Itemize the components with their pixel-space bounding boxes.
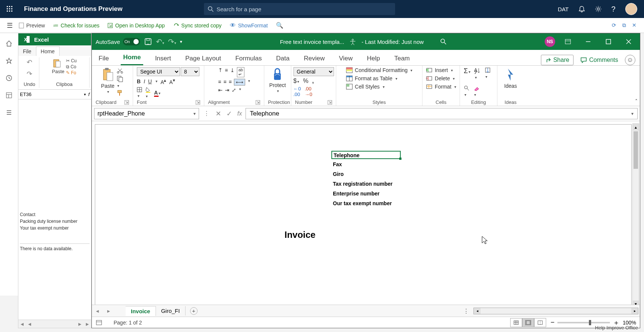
sheet-options-icon[interactable]: ⋮ <box>460 308 472 314</box>
currency-button[interactable]: $▾ <box>294 78 300 84</box>
conditional-formatting-button[interactable]: Conditional Formatting▾ <box>346 67 413 73</box>
recent-icon[interactable] <box>4 74 13 83</box>
tab-file[interactable]: File <box>96 52 111 65</box>
comma-button[interactable]: , <box>312 78 314 84</box>
refresh-icon[interactable]: ⟳ <box>612 22 616 29</box>
user-badge[interactable]: NS <box>545 36 555 47</box>
paste-button[interactable]: Paste ▾ <box>101 67 115 94</box>
align-top[interactable]: ⤒ <box>218 67 223 77</box>
settings-icon[interactable] <box>595 6 602 12</box>
tab-formulas[interactable]: Formulas <box>233 52 264 65</box>
popout-icon[interactable]: ⧉ <box>622 22 626 29</box>
tab-home[interactable]: Home <box>121 51 143 65</box>
clipboard-launcher[interactable]: ⇲ <box>124 100 129 105</box>
preview-button[interactable]: Preview <box>19 23 45 29</box>
orientation-button[interactable]: ⤢ <box>232 87 236 93</box>
horizontal-scrollbar[interactable]: ◂ ▸ <box>473 308 638 314</box>
increase-decimal[interactable]: ←0.00 <box>294 86 301 97</box>
sheet-tab-giro-fi[interactable]: Giro_FI <box>156 306 186 315</box>
minimize-button[interactable] <box>581 36 596 47</box>
accept-formula-icon[interactable]: ✓ <box>226 110 232 118</box>
decrease-decimal[interactable]: .00→0 <box>305 86 312 97</box>
view-normal-button[interactable] <box>510 318 522 327</box>
sort-filter-button[interactable]: AZ▾ <box>474 67 481 80</box>
company-code[interactable]: DAT <box>558 6 569 12</box>
format-painter-button[interactable] <box>117 90 123 96</box>
decrease-indent[interactable]: ⇤ <box>218 87 223 93</box>
share-button[interactable]: Share <box>541 55 574 65</box>
qat-customize-icon[interactable]: ▾ <box>180 39 182 44</box>
font-color-button[interactable]: A▾ <box>154 90 160 96</box>
cancel-formula-icon[interactable]: ✕ <box>216 110 221 118</box>
tab-team[interactable]: Team <box>392 52 412 65</box>
wrap-text[interactable]: ab↵ <box>237 67 244 77</box>
tab-insert[interactable]: Insert <box>153 52 174 65</box>
accessibility-icon[interactable] <box>349 38 356 45</box>
protect-button[interactable]: Protect ▾ <box>269 67 286 93</box>
autosave-toggle[interactable]: On <box>123 38 140 45</box>
sheet-nav-prev[interactable]: ◂ <box>92 308 103 314</box>
view-page-break-button[interactable] <box>534 318 546 327</box>
underline-button[interactable]: U <box>148 78 152 84</box>
font-size-select[interactable]: 8 <box>181 67 199 76</box>
sheet-nav-next[interactable]: ▸ <box>103 308 114 314</box>
name-box[interactable]: rptHeader_Phone ▾ <box>94 108 199 119</box>
number-format-select[interactable]: General <box>294 67 334 76</box>
autosave-control[interactable]: AutoSave On <box>96 38 140 45</box>
number-launcher[interactable]: ⇲ <box>328 100 332 105</box>
title-search-icon[interactable] <box>440 38 447 45</box>
app-launcher-icon[interactable] <box>3 2 16 16</box>
vertical-scrollbar[interactable]: ▲ ▼ <box>632 123 639 308</box>
toolbar-search-icon[interactable]: 🔍 <box>276 22 283 29</box>
sheet-tab-invoice[interactable]: Invoice <box>126 306 156 316</box>
user-avatar[interactable] <box>625 3 637 15</box>
preview-copy[interactable]: ⧉ Co <box>66 64 77 69</box>
bold-button[interactable]: B <box>137 78 141 84</box>
preview-namebox[interactable]: ET36 ▾ f <box>18 90 91 99</box>
tab-review[interactable]: Review <box>301 52 327 65</box>
shrink-font-button[interactable]: A▾ <box>169 78 175 85</box>
font-launcher[interactable]: ⇲ <box>196 100 200 105</box>
align-right[interactable]: ≡ <box>229 79 232 86</box>
view-page-layout-button[interactable] <box>522 318 534 327</box>
workspaces-icon[interactable] <box>4 91 13 100</box>
delete-cells-button[interactable]: −Delete▾ <box>426 75 455 81</box>
formula-input[interactable]: Telephone ▾ <box>246 108 638 119</box>
comments-button[interactable]: Comments <box>580 57 618 63</box>
redo-icon[interactable]: ↷▾ <box>168 37 176 46</box>
maximize-button[interactable] <box>601 36 616 47</box>
fill-button[interactable]: ▾ <box>485 67 491 79</box>
borders-button[interactable]: ▾ <box>137 87 142 98</box>
align-bottom[interactable]: ⤓ <box>230 67 235 77</box>
nav-toggle-icon[interactable]: ☰ <box>7 21 13 30</box>
copy-button[interactable]: ▾ <box>117 75 123 88</box>
statusbar-icon[interactable] <box>96 320 102 326</box>
zoom-out-button[interactable]: − <box>551 318 555 326</box>
feedback-icon[interactable]: ☺ <box>625 55 635 65</box>
percent-button[interactable]: % <box>303 78 308 84</box>
show-format-button[interactable]: 👁 ShowFormat <box>230 22 268 29</box>
collapse-ribbon-icon[interactable]: ˄ <box>635 98 638 104</box>
find-select-button[interactable]: ▾ <box>464 85 470 97</box>
tab-view[interactable]: View <box>337 52 355 65</box>
spreadsheet-grid[interactable]: Telephone Fax Giro Tax registration numb… <box>92 121 640 328</box>
align-left[interactable]: ≡ <box>218 79 221 86</box>
preview-format-painter[interactable]: ✎ Fo <box>66 70 77 75</box>
cut-button[interactable] <box>117 67 123 74</box>
favorites-icon[interactable] <box>4 56 13 65</box>
align-center[interactable]: ≡ <box>223 79 226 86</box>
preview-paste-button[interactable]: Paste <box>52 58 64 75</box>
zoom-slider[interactable] <box>557 322 610 323</box>
save-icon[interactable] <box>144 38 152 46</box>
undo-icon[interactable]: ↶▾ <box>156 37 164 46</box>
tab-page-layout[interactable]: Page Layout <box>183 52 223 65</box>
notifications-icon[interactable] <box>578 6 585 12</box>
home-icon[interactable] <box>4 39 13 48</box>
ribbon-display-icon[interactable] <box>560 36 575 47</box>
help-icon[interactable]: ? <box>611 5 616 14</box>
preview-tab-home[interactable]: Home <box>36 47 60 56</box>
sync-button[interactable]: Sync stored copy <box>173 23 222 29</box>
global-search[interactable]: Search for a page <box>204 3 395 15</box>
ideas-button[interactable]: Ideas <box>504 67 517 89</box>
help-improve-link[interactable]: Help Improve Office <box>595 325 638 330</box>
